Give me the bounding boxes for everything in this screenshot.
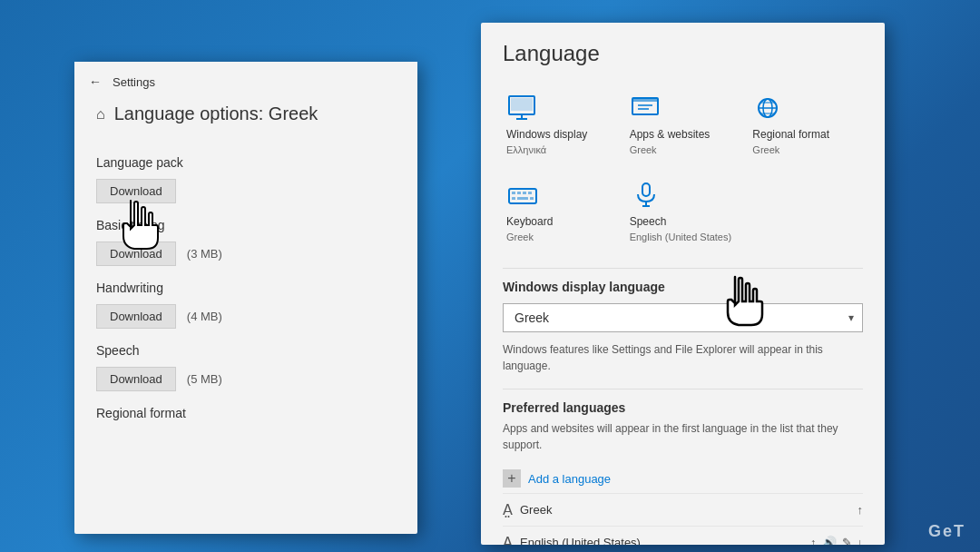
svg-rect-20	[530, 197, 534, 200]
greek-up-icon[interactable]: ↑	[858, 503, 864, 517]
speech-download-button[interactable]: Download	[96, 367, 176, 391]
keyboard-sublabel: Greek	[506, 232, 534, 242]
right-page-title: Language	[503, 41, 863, 66]
language-dropdown[interactable]: Greek	[503, 303, 863, 332]
windows-display-item[interactable]: Windows display Ελληνικά	[503, 84, 617, 163]
svg-rect-14	[512, 192, 515, 194]
english-edit-icon[interactable]: ✎	[842, 536, 852, 545]
home-icon[interactable]: ⌂	[96, 106, 105, 123]
microphone-icon	[630, 179, 666, 212]
english-down-icon[interactable]: ↓	[858, 536, 864, 545]
page-title: Language options: Greek	[114, 104, 318, 124]
display-language-heading: Windows display language	[503, 280, 863, 294]
regional-format-sublabel: Greek	[752, 144, 779, 155]
window-title: Settings	[113, 75, 155, 89]
speech-row: Download (5 MB)	[96, 367, 396, 391]
handwriting-download-button[interactable]: Download	[96, 304, 176, 329]
add-icon: +	[503, 469, 521, 488]
keyboard-item[interactable]: Keyboard Greek	[503, 172, 617, 250]
svg-rect-18	[512, 197, 515, 200]
speech-label: Speech	[96, 343, 396, 358]
svg-rect-19	[517, 197, 528, 200]
speech-sublabel: English (United States)	[630, 232, 732, 242]
keyboard-label: Keyboard	[506, 215, 553, 228]
divider-1	[503, 268, 863, 269]
greek-row-left: A̤ Greek	[503, 501, 552, 518]
back-button[interactable]: ←	[89, 74, 102, 89]
svg-rect-13	[509, 189, 536, 203]
divider-2	[503, 389, 863, 389]
language-pack-label: Language pack	[96, 155, 396, 170]
apps-websites-label: Apps & websites	[630, 128, 710, 141]
titlebar: ← Settings	[74, 62, 417, 96]
regional-format-label: Regional format	[96, 406, 396, 420]
english-row-left: A̤ English (United States)	[503, 534, 641, 545]
svg-rect-16	[523, 192, 526, 194]
greek-lang-actions: ↑	[858, 503, 864, 517]
apps-icon	[630, 92, 666, 124]
speech-size: (5 MB)	[187, 372, 222, 386]
page-header: ⌂ Language options: Greek	[74, 96, 417, 139]
apps-websites-item[interactable]: Apps & websites Greek	[626, 84, 740, 163]
add-language-row[interactable]: + Add a language	[503, 464, 863, 494]
english-language-row[interactable]: A̤ English (United States) ↑ 🔊 ✎ ↓	[503, 527, 863, 545]
greek-lang-name: Greek	[520, 503, 552, 517]
english-lang-name: English (United States)	[520, 536, 641, 545]
add-language-text: Add a language	[528, 472, 611, 486]
english-sound-icon[interactable]: 🔊	[822, 536, 837, 545]
regional-format-label: Regional format	[752, 128, 829, 141]
watermark: GeT	[928, 522, 965, 541]
right-language-window: Language Windows display Ελληνικά	[481, 23, 885, 545]
svg-rect-5	[632, 98, 658, 102]
right-window-content: Language Windows display Ελληνικά	[481, 23, 885, 545]
handwriting-size: (4 MB)	[187, 310, 222, 323]
speech-icon-label: Speech	[630, 215, 667, 228]
window-content: Language pack Download Basic typing Down…	[74, 139, 417, 437]
keyboard-icon	[506, 179, 543, 212]
display-language-info: Windows features like Settings and File …	[503, 341, 863, 374]
english-up-icon[interactable]: ↑	[810, 536, 817, 545]
greek-lang-icon: A̤	[503, 501, 513, 518]
english-lang-icon: A̤	[503, 534, 513, 545]
basic-typing-download-button[interactable]: Download	[96, 242, 176, 266]
greek-language-row[interactable]: A̤ Greek ↑	[503, 494, 863, 527]
basic-typing-row: Download (3 MB)	[96, 242, 396, 266]
language-dropdown-container: Greek ▾	[503, 303, 863, 332]
svg-rect-21	[642, 183, 650, 196]
language-pack-download-button[interactable]: Download	[96, 179, 176, 203]
icon-grid: Windows display Ελληνικά Apps & websites…	[503, 84, 863, 250]
speech-item[interactable]: Speech English (United States)	[626, 172, 740, 250]
preferred-languages-desc: Apps and websites will appear in the fir…	[503, 420, 863, 453]
svg-rect-15	[517, 192, 521, 194]
basic-typing-label: Basic typing	[96, 218, 396, 232]
left-settings-window: ← Settings ⌂ Language options: Greek Lan…	[74, 62, 417, 534]
monitor-icon	[506, 92, 543, 124]
windows-display-label: Windows display	[506, 128, 587, 141]
regional-format-item[interactable]: Regional format Greek	[749, 84, 863, 163]
svg-rect-1	[511, 98, 533, 111]
handwriting-row: Download (4 MB)	[96, 304, 396, 329]
globe-icon	[752, 92, 789, 124]
preferred-languages-heading: Preferred languages	[503, 400, 863, 415]
svg-rect-17	[528, 192, 532, 194]
apps-websites-sublabel: Greek	[630, 144, 657, 155]
windows-display-sublabel: Ελληνικά	[506, 144, 546, 155]
handwriting-label: Handwriting	[96, 281, 396, 295]
english-lang-actions: ↑ 🔊 ✎ ↓	[810, 536, 863, 545]
basic-typing-size: (3 MB)	[187, 247, 222, 261]
language-pack-row: Download	[96, 179, 396, 203]
